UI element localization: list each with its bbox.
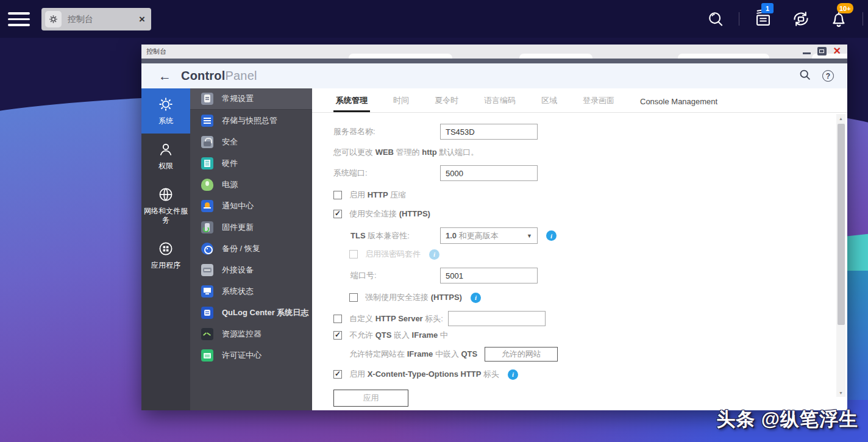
- tab-console-management[interactable]: Console Management: [638, 97, 720, 112]
- menu-item-hardware[interactable]: 硬件: [190, 152, 312, 174]
- menu-item-external-device[interactable]: 外接设备: [190, 259, 312, 280]
- system-port-input[interactable]: [440, 165, 538, 181]
- system-admin-form: 服务器名称: 您可以更改 WEB 管理的 http 默认端口。 系统端口: 启用…: [312, 113, 847, 407]
- content-scrollbar[interactable]: ▲ ▼: [836, 114, 845, 397]
- tasks-badge: 1: [761, 3, 774, 13]
- tls-info-icon[interactable]: i: [546, 230, 557, 241]
- hardware-icon: [201, 157, 213, 169]
- watermark-text: 头条 @纵笔浮生: [716, 407, 858, 432]
- port-hint-text: 您可以更改 WEB 管理的 http 默认端口。: [333, 147, 823, 158]
- strong-cipher-checkbox[interactable]: [349, 250, 358, 258]
- minimize-button[interactable]: [803, 52, 811, 54]
- person-icon: [157, 141, 174, 158]
- menu-item-general-settings[interactable]: 常规设置: [190, 88, 312, 110]
- https-port-input[interactable]: [440, 268, 538, 283]
- scroll-down-icon[interactable]: ▼: [836, 388, 845, 397]
- system-port-label: 系统端口:: [333, 168, 440, 179]
- notifications-badge: 10+: [837, 3, 853, 13]
- scroll-up-icon[interactable]: ▲: [836, 114, 845, 123]
- force-https-checkbox[interactable]: [349, 293, 358, 302]
- search-icon[interactable]: [706, 9, 725, 29]
- tls-version-select[interactable]: 1.0 和更高版本 ▼: [440, 227, 538, 244]
- general-settings-icon: [201, 93, 213, 105]
- menu-item-notification-center[interactable]: 通知中心: [190, 195, 312, 216]
- menu-item-system-status[interactable]: 系统状态: [190, 280, 312, 302]
- background-tasks-icon[interactable]: 1: [753, 9, 774, 29]
- titlebar-accent-strip: [141, 59, 847, 63]
- notification-center-icon: [201, 200, 213, 212]
- strong-cipher-label: 启用强密码套件: [365, 249, 421, 260]
- https-port-label: 端口号:: [333, 270, 440, 281]
- taskbar-tab-control-panel[interactable]: 控制台 ×: [41, 8, 151, 30]
- menu-item-license-center[interactable]: 许可证中心: [190, 344, 312, 366]
- sidebar-item-privilege[interactable]: 权限: [141, 134, 190, 179]
- allowed-websites-button[interactable]: 允许的网站: [485, 347, 558, 362]
- globe-icon: [157, 186, 174, 203]
- server-name-input[interactable]: [440, 124, 538, 140]
- chevron-down-icon: ▼: [527, 233, 532, 239]
- http-compression-checkbox[interactable]: [333, 191, 342, 199]
- custom-header-input[interactable]: [448, 311, 546, 326]
- app-header: ← ControlPanel ?: [141, 63, 847, 88]
- backup-restore-icon: [201, 243, 213, 255]
- apply-button[interactable]: 应用: [333, 390, 408, 407]
- menu-item-power[interactable]: 电源: [190, 174, 312, 195]
- category-sidebar: 系统 权限 网络和文件服务: [141, 88, 190, 410]
- tab-login-screen[interactable]: 登录画面: [580, 95, 617, 112]
- maximize-button[interactable]: [817, 47, 827, 55]
- control-panel-window: 控制台 ✕ ← ControlPanel ?: [141, 45, 847, 410]
- external-device-icon: [201, 264, 213, 276]
- scrollbar-thumb[interactable]: [838, 124, 845, 325]
- desktop-topbar: 控制台 × 1: [0, 0, 868, 38]
- system-status-icon: [201, 285, 213, 298]
- force-https-info-icon[interactable]: i: [471, 293, 481, 303]
- power-icon: [201, 179, 213, 191]
- https-checkbox[interactable]: [333, 210, 342, 218]
- security-lock-icon: [201, 136, 213, 148]
- help-icon[interactable]: ?: [822, 70, 834, 82]
- window-title: 控制台: [146, 47, 166, 56]
- menu-item-backup-restore[interactable]: 备份 / 恢复: [190, 238, 312, 259]
- license-center-icon: [201, 349, 213, 362]
- topbar-separator: [739, 12, 739, 26]
- tls-label: TLS 版本兼容性:: [333, 230, 440, 241]
- custom-header-checkbox[interactable]: [333, 315, 342, 323]
- back-arrow-icon[interactable]: ←: [158, 69, 171, 84]
- tab-region[interactable]: 区域: [539, 95, 560, 112]
- settings-menu: 常规设置 存储与快照总管 安全 硬件 电源: [190, 88, 312, 410]
- desktop: 控制台 × 1: [0, 0, 868, 442]
- tab-codepage[interactable]: 语言编码: [482, 95, 518, 112]
- sidebar-item-applications[interactable]: 应用程序: [141, 233, 190, 278]
- main-menu-icon[interactable]: [8, 12, 30, 27]
- close-button[interactable]: ✕: [833, 47, 841, 55]
- tab-close-icon[interactable]: ×: [139, 13, 145, 26]
- tab-daylight-saving[interactable]: 夏令时: [432, 95, 461, 112]
- cloud-decoration: [349, 54, 452, 59]
- notifications-bell-icon[interactable]: 10+: [828, 9, 849, 29]
- force-https-label: 强制使用安全连接 (HTTPS): [365, 292, 462, 303]
- sidebar-item-system[interactable]: 系统: [141, 88, 190, 134]
- sidebar-item-network-file-services[interactable]: 网络和文件服务: [141, 179, 190, 233]
- cloud-decoration: [519, 54, 592, 59]
- no-iframe-checkbox[interactable]: [333, 331, 342, 340]
- menu-item-storage-snapshots[interactable]: 存储与快照总管: [190, 110, 312, 131]
- no-iframe-label: 不允许 QTS 嵌入 IFrame 中: [349, 330, 448, 341]
- menu-item-security[interactable]: 安全: [190, 131, 312, 152]
- menu-item-qulog-center[interactable]: QuLog Center 系统日志: [190, 302, 312, 323]
- page-title: ControlPanel: [181, 69, 257, 83]
- gear-icon: [45, 11, 62, 27]
- xcontent-label: 启用 X-Content-Type-Options HTTP 标头: [349, 369, 499, 380]
- tab-system-administration[interactable]: 系统管理: [333, 95, 370, 112]
- firmware-update-icon: [201, 221, 213, 233]
- strong-cipher-info-icon[interactable]: i: [429, 249, 439, 260]
- sync-backup-icon[interactable]: [791, 9, 811, 29]
- tab-time[interactable]: 时间: [391, 95, 411, 112]
- window-titlebar[interactable]: 控制台 ✕: [141, 45, 847, 59]
- menu-item-firmware-update[interactable]: 固件更新: [190, 216, 312, 238]
- menu-item-resource-monitor[interactable]: 资源监控器: [190, 323, 312, 344]
- xcontent-info-icon[interactable]: i: [508, 369, 518, 380]
- system-gear-icon: [157, 96, 174, 113]
- custom-header-label: 自定义 HTTP Server 标头:: [349, 313, 443, 324]
- header-search-icon[interactable]: [799, 68, 811, 84]
- xcontent-checkbox[interactable]: [333, 370, 342, 379]
